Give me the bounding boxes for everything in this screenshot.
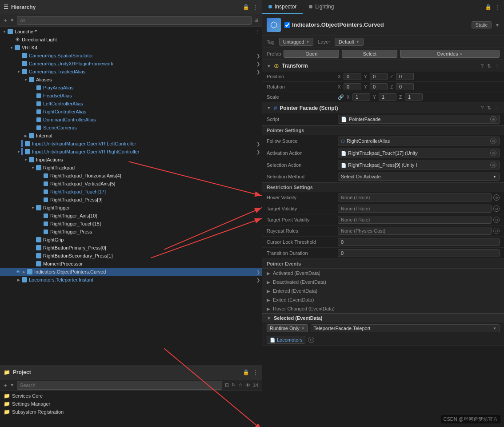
- locomotors-ref[interactable]: 📄 Locomotors: [267, 336, 305, 344]
- tab-lighting[interactable]: Lighting: [303, 0, 340, 14]
- tree-item-rightgrip[interactable]: ▶ RightGrip: [0, 236, 262, 244]
- layer-dropdown[interactable]: Default ▼: [335, 38, 364, 46]
- tree-arrow-aliases[interactable]: ▼: [23, 77, 28, 82]
- locomotors-circle-btn[interactable]: ⊙: [308, 337, 314, 343]
- pointer-facade-expand-icon[interactable]: ▼: [267, 105, 271, 110]
- tree-arrow-camrigs-tracked[interactable]: ▼: [16, 69, 21, 74]
- event-selected-header[interactable]: ▼ Selected (EventData): [262, 313, 504, 322]
- dropdown-icon[interactable]: ▼: [10, 18, 14, 23]
- script-circle-btn[interactable]: ⊙: [490, 116, 496, 122]
- tree-item-camrigs-tracked[interactable]: ▼ CameraRigs.TrackedAlias ❯: [0, 68, 262, 76]
- tree-item-input-left[interactable]: ▶ Input.UnityInputManager.OpenVR.LeftCon…: [0, 140, 262, 148]
- transform-more-icon[interactable]: ⋮: [495, 63, 500, 69]
- tree-item-trigger-touch[interactable]: ▶ RightTrigger_Touch[15]: [0, 220, 262, 228]
- target-validity-circle-btn[interactable]: ⊙: [493, 205, 500, 212]
- tree-item-righttrigger[interactable]: ▼ RightTrigger: [0, 204, 262, 212]
- tree-item-locomotors[interactable]: ▶ Locomotors.Teleporter.Instant ❯: [0, 276, 262, 284]
- project-star-icon[interactable]: ☆: [238, 382, 243, 388]
- project-lock-icon[interactable]: 🔒: [243, 369, 249, 375]
- hover-validity-ref[interactable]: None (I Rule): [338, 193, 492, 201]
- inspector-more-icon[interactable]: ⋮: [495, 4, 500, 10]
- hierarchy-more-icon[interactable]: ⋮: [253, 4, 258, 10]
- selection-method-dropdown[interactable]: Select On Activate ▼: [338, 173, 500, 181]
- position-x-input[interactable]: [344, 73, 361, 80]
- rotation-z-input[interactable]: [396, 83, 414, 90]
- search-nav-icon[interactable]: ⊞: [254, 17, 258, 23]
- position-y-input[interactable]: [370, 73, 388, 80]
- transition-input[interactable]: [338, 249, 500, 257]
- project-eye-icon[interactable]: 👁: [245, 383, 250, 388]
- tag-dropdown[interactable]: Untagged ▼: [279, 38, 314, 46]
- script-ref[interactable]: 📄 PointerFacade ⊙: [338, 115, 500, 124]
- tree-item-trigger-axis[interactable]: ▶ RightTrigger_Axis[10]: [0, 212, 262, 220]
- tree-item-rightcontroller[interactable]: ▶ RightControllerAlias: [0, 108, 262, 116]
- project-more-icon[interactable]: ⋮: [253, 369, 258, 375]
- tree-item-rightbtn-primary[interactable]: ▶ RightButtonPrimary_Press[0]: [0, 244, 262, 252]
- project-item-settings[interactable]: 📁 Settings Manager: [0, 400, 262, 408]
- event-entered-expand[interactable]: ▶: [267, 289, 270, 294]
- raycast-circle-btn[interactable]: ⊙: [493, 228, 500, 234]
- event-exited-expand[interactable]: ▶: [267, 298, 270, 302]
- tree-item-playarea[interactable]: ▶ PlayAreaAlias: [0, 84, 262, 92]
- project-item-services[interactable]: 📁 Services Core: [0, 392, 262, 400]
- rotation-y-input[interactable]: [370, 83, 388, 90]
- tree-more-launcher[interactable]: ⋮: [256, 29, 260, 34]
- tree-item-launcher[interactable]: ▼ Launcher* ⋮: [0, 28, 262, 36]
- tree-item-camrigs-unity[interactable]: ▶ CameraRigs.UnityXRPluginFramework ❯: [0, 60, 262, 68]
- tree-item-trackpad-touch[interactable]: ▶ RightTrackpad_Touch[17]: [0, 188, 262, 196]
- inspector-lock-icon[interactable]: 🔒: [485, 4, 492, 10]
- raycast-ref[interactable]: None (Physics Cast): [338, 227, 492, 235]
- cursor-lock-input[interactable]: [338, 238, 500, 246]
- pointer-facade-help-icon[interactable]: ?: [481, 105, 484, 111]
- pointer-facade-settings-icon[interactable]: ⇅: [487, 105, 491, 111]
- transform-help-icon[interactable]: ?: [481, 63, 484, 69]
- scale-link-icon[interactable]: 🔗: [338, 94, 344, 100]
- prefab-select-button[interactable]: Select: [342, 50, 397, 58]
- position-z-input[interactable]: [396, 73, 414, 80]
- tree-item-trackpad-v[interactable]: ▶ RightTrackpad_VerticalAxis[5]: [0, 180, 262, 188]
- tree-arrow-launcher[interactable]: ▼: [2, 29, 7, 34]
- follow-source-ref[interactable]: ⬡ RightControllerAlias ⊙: [338, 137, 500, 145]
- tree-item-leftcontroller[interactable]: ▶ LeftControllerAlias: [0, 100, 262, 108]
- prefab-overrides-button[interactable]: Overrides ▼: [400, 50, 500, 58]
- rotation-x-input[interactable]: [344, 83, 361, 90]
- event-target[interactable]: TeleporterFacade.Teleport ▼: [311, 324, 500, 332]
- tree-arrow-locomotors[interactable]: ▶: [16, 277, 21, 282]
- target-point-circle-btn[interactable]: ⊙: [493, 217, 500, 223]
- tree-arrow-input-actions[interactable]: ▼: [23, 157, 28, 162]
- tree-item-rightbtn-secondary[interactable]: ▶ RightButtonSecondary_Press[1]: [0, 252, 262, 260]
- pointer-facade-header[interactable]: ▼ # Pointer Facade (Script) ? ⇅ ⋮: [262, 102, 504, 113]
- object-active-checkbox[interactable]: [284, 22, 290, 28]
- tree-item-camrigs-spatial[interactable]: ▶ CameraRigs.SpatialSimulator ❯: [0, 52, 262, 60]
- tab-inspector[interactable]: Inspector: [262, 0, 303, 14]
- hover-validity-circle-btn[interactable]: ⊙: [493, 194, 500, 201]
- target-point-ref[interactable]: None (I Rule): [338, 216, 492, 224]
- event-activated-expand[interactable]: ▶: [267, 271, 270, 276]
- tree-item-scenecameras[interactable]: ▶ SceneCameras: [0, 124, 262, 132]
- project-item-subsystem[interactable]: 📁 Subsystem Registration: [0, 408, 262, 416]
- tree-arrow-vrtk4[interactable]: ▼: [9, 45, 14, 50]
- event-deactivated-expand[interactable]: ▶: [267, 280, 270, 285]
- tree-item-headset[interactable]: ▶ HeadsetAlias: [0, 92, 262, 100]
- project-nav-icon[interactable]: ⊞: [225, 382, 229, 388]
- project-refresh-icon[interactable]: ↻: [232, 382, 236, 388]
- tree-item-internal[interactable]: ▶ Internal: [0, 132, 262, 140]
- project-add-icon[interactable]: +: [4, 382, 7, 389]
- tree-item-input-actions[interactable]: ▼ InputActions: [0, 156, 262, 164]
- static-dropdown-icon[interactable]: ▼: [495, 23, 500, 28]
- runtime-dropdown[interactable]: Runtime Only ▼: [267, 324, 308, 332]
- project-dropdown-icon[interactable]: ▼: [10, 383, 14, 387]
- event-selected-expand-icon[interactable]: ▼: [267, 316, 271, 321]
- event-deactivated[interactable]: ▶ Deactivated (EventData): [262, 278, 504, 286]
- tree-arrow-input-right[interactable]: ▼: [16, 149, 21, 154]
- transform-settings-icon[interactable]: ⇅: [487, 63, 491, 69]
- event-hover-changed[interactable]: ▶ Hover Changed (EventData): [262, 304, 504, 313]
- transform-header[interactable]: ▼ ⊕ Transform ? ⇅ ⋮: [262, 60, 504, 72]
- tree-item-indicators-curved[interactable]: 👁 ▶ Indicators.ObjectPointers.Curved ❯: [0, 268, 262, 276]
- prefab-open-button[interactable]: Open: [284, 50, 339, 58]
- add-icon[interactable]: +: [4, 17, 7, 24]
- event-hover-changed-expand[interactable]: ▶: [267, 306, 270, 311]
- event-exited[interactable]: ▶ Exited (EventData): [262, 295, 504, 304]
- tree-arrow-righttrigger[interactable]: ▼: [30, 205, 36, 210]
- tree-item-aliases[interactable]: ▼ Aliases: [0, 76, 262, 84]
